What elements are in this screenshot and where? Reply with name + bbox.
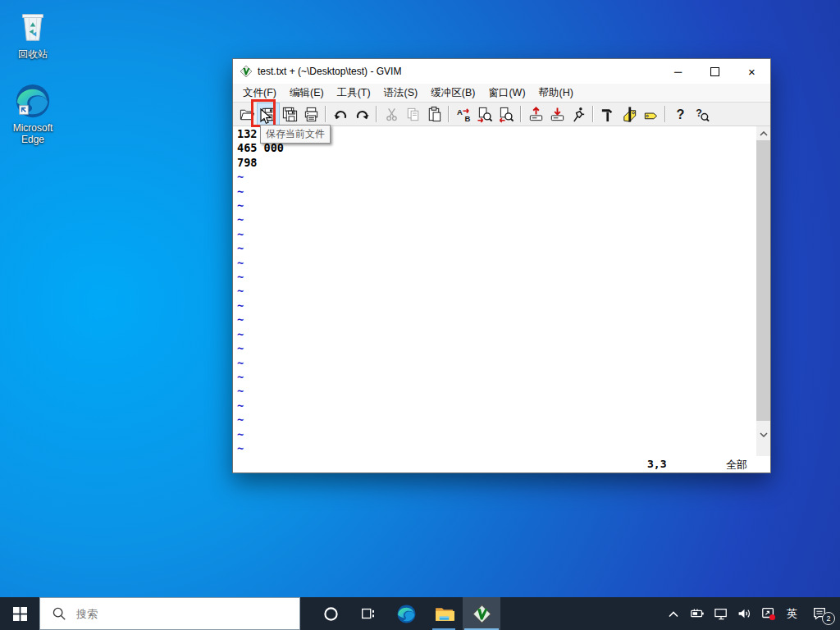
paste-icon — [426, 106, 443, 123]
tilde-line: ~ — [233, 370, 770, 384]
editor-area[interactable]: 132465 000798 ~~~~~~~~~~~~~~~~~~~~ — [233, 126, 770, 456]
find-help-icon: ? — [693, 106, 710, 123]
tilde-line: ~ — [233, 170, 770, 184]
toolbar-find-next-button[interactable] — [474, 103, 495, 125]
menu-item-3[interactable]: 语法(S) — [377, 84, 425, 102]
cursor-position: 3,3 — [647, 458, 666, 470]
toolbar-find-prev-button[interactable] — [495, 103, 517, 125]
toolbar-cut-button[interactable] — [381, 103, 402, 125]
jump-to-tag-icon — [642, 106, 660, 123]
tray-language-button[interactable]: 英 — [780, 597, 804, 630]
menu-item-2[interactable]: 工具(T) — [331, 84, 377, 102]
scroll-up-button[interactable] — [756, 126, 770, 140]
search-icon — [52, 606, 66, 621]
toolbar-separator — [592, 106, 594, 122]
desktop-icon-edge[interactable]: Microsoft Edge — [1, 82, 65, 145]
toolbar-save-session-button[interactable] — [546, 103, 568, 125]
chevron-down-icon — [760, 432, 768, 437]
maximize-icon — [710, 67, 719, 76]
task-view-icon — [360, 605, 377, 622]
tilde-line: ~ — [233, 199, 770, 212]
volume-icon — [737, 607, 752, 620]
notification-badge: 2 — [822, 612, 835, 625]
tilde-line: ~ — [233, 299, 770, 313]
taskbar-search[interactable] — [39, 597, 300, 630]
tilde-line: ~ — [233, 256, 770, 270]
scrollbar-thumb[interactable] — [756, 140, 770, 421]
tilde-line: ~ — [233, 341, 770, 355]
menu-item-1[interactable]: 编辑(E) — [283, 84, 331, 102]
toolbar-copy-button[interactable] — [402, 103, 423, 125]
minimize-button[interactable]: ─ — [660, 59, 696, 84]
svg-text:?: ? — [676, 107, 684, 121]
toolbar-load-session-button[interactable] — [525, 103, 546, 125]
toolbar-redo-button[interactable] — [351, 103, 372, 125]
tray-volume-button[interactable] — [733, 597, 756, 630]
tilde-line: ~ — [233, 356, 770, 370]
cut-icon — [383, 106, 400, 123]
print-icon — [303, 106, 320, 123]
start-button[interactable] — [0, 597, 39, 630]
toolbar-separator — [520, 106, 522, 122]
save-all-icon — [281, 106, 299, 123]
gvim-window: test.txt + (~\Desktop\test) - GVIM ─ × 文… — [232, 58, 771, 473]
toolbar-make-button[interactable] — [597, 103, 619, 125]
toolbar-run-script-button[interactable] — [568, 103, 589, 125]
edge-icon — [14, 82, 52, 120]
tray-battery-button[interactable] — [685, 597, 709, 630]
run-script-icon — [570, 106, 587, 123]
tilde-line: ~ — [233, 427, 770, 441]
menu-item-6[interactable]: 帮助(H) — [532, 84, 580, 102]
tray-chevron-up-button[interactable] — [661, 597, 685, 630]
tilde-line: ~ — [233, 241, 770, 255]
network-icon — [713, 607, 729, 620]
toolbar-find-help-button[interactable]: ? — [691, 103, 712, 125]
toolbar-separator — [448, 106, 450, 122]
desktop-icon-recycle-bin[interactable]: 回收站 — [1, 7, 65, 60]
toolbar-build-tags-button[interactable] — [619, 103, 640, 125]
svg-text:A: A — [456, 107, 462, 116]
mouse-cursor-icon — [260, 108, 272, 125]
menu-item-5[interactable]: 窗口(W) — [482, 84, 532, 102]
minimize-icon: ─ — [674, 66, 682, 78]
taskbar-file-explorer-button[interactable] — [425, 597, 463, 630]
desktop[interactable]: 回收站 Microsoft Edge test.txt + (~\Desktop… — [0, 0, 840, 630]
toolbar-print-button[interactable] — [300, 103, 322, 125]
tray-screen-app-button[interactable] — [756, 597, 780, 630]
maximize-button[interactable] — [696, 59, 733, 84]
search-input[interactable] — [75, 607, 267, 621]
toolbar-jump-to-tag-button[interactable] — [640, 103, 661, 125]
language-indicator: 英 — [782, 606, 803, 621]
make-icon — [600, 106, 617, 123]
toolbar-find-replace-button[interactable]: AB — [453, 103, 474, 125]
menu-item-4[interactable]: 缓冲区(B) — [424, 84, 482, 102]
system-tray: 英 2 — [661, 597, 840, 630]
find-replace-icon: AB — [455, 106, 472, 123]
scroll-down-button[interactable] — [756, 427, 770, 441]
taskbar-cortana-button[interactable] — [312, 597, 349, 630]
toolbar-paste-button[interactable] — [423, 103, 445, 125]
desktop-icon-label: 回收站 — [18, 48, 48, 60]
vertical-scrollbar[interactable] — [756, 126, 770, 456]
taskbar-task-view-button[interactable] — [349, 597, 387, 630]
toolbar-save-all-button[interactable] — [279, 103, 300, 125]
toolbar-undo-button[interactable] — [330, 103, 351, 125]
scroll-position-indicator: 全部 — [726, 458, 747, 472]
copy-icon — [404, 106, 422, 123]
toolbar-separator — [376, 106, 377, 122]
editor-line-3: 798 — [233, 156, 770, 170]
find-prev-icon — [498, 106, 515, 123]
save-button-tooltip: 保存当前文件 — [260, 125, 331, 144]
window-title: test.txt + (~\Desktop\test) - GVIM — [258, 66, 401, 77]
toolbar-help-button[interactable]: ? — [669, 103, 691, 125]
taskbar-gvim-button[interactable] — [463, 597, 500, 630]
gvim-titlebar[interactable]: test.txt + (~\Desktop\test) - GVIM ─ × — [233, 59, 770, 84]
vim-icon — [240, 65, 253, 78]
tray-network-button[interactable] — [709, 597, 733, 630]
taskbar-edge-button[interactable] — [387, 597, 425, 630]
chevron-up-icon — [760, 131, 768, 136]
recycle-bin-icon — [14, 7, 52, 46]
tray-notifications-button[interactable]: 2 — [804, 597, 835, 630]
tilde-line: ~ — [233, 270, 770, 284]
close-button[interactable]: × — [733, 59, 770, 84]
